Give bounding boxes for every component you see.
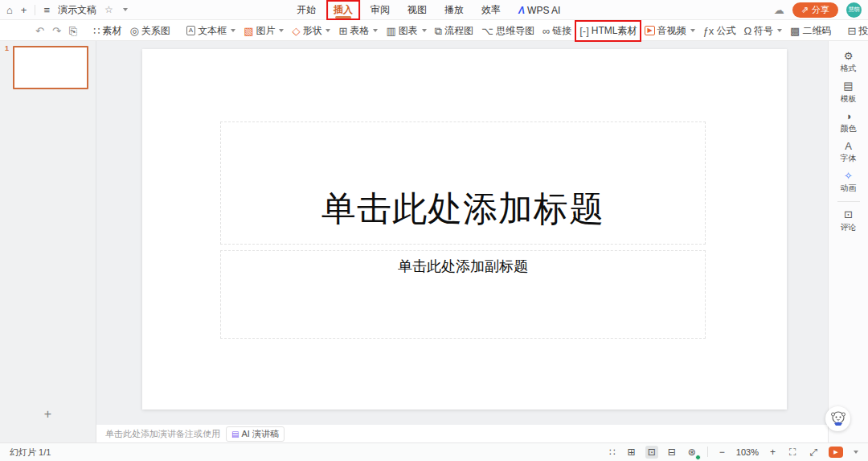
toolbar-label: 思维导图 bbox=[496, 24, 534, 38]
font-a-icon: A bbox=[845, 141, 852, 152]
tab-label: 审阅 bbox=[371, 3, 390, 17]
slide-canvas[interactable]: 单击此处添加标题 单击此处添加副标题 bbox=[142, 49, 787, 410]
sidebar-item-label: 评论 bbox=[841, 222, 857, 233]
toolbar-undo[interactable]: ↶ bbox=[35, 26, 44, 36]
redo-icon: ↷ bbox=[52, 26, 61, 36]
normal-view-icon[interactable]: ⊡ bbox=[645, 446, 658, 459]
toolbar-audio-video[interactable]: ▶音视频 bbox=[645, 24, 694, 38]
ai-assistant-mascot-button[interactable] bbox=[825, 406, 850, 431]
titlebar-divider bbox=[35, 5, 35, 15]
sidebar-item-label: 颜色 bbox=[841, 123, 857, 134]
toolbar-label: 图片 bbox=[256, 24, 275, 38]
toolbar-label: 二维码 bbox=[802, 24, 831, 38]
sidebar-item-font[interactable]: A字体 bbox=[829, 138, 868, 167]
toolbar-html-material[interactable]: [-]HTML素材 bbox=[579, 24, 637, 38]
speaker-notes-bar[interactable]: 单击此处添加演讲备注或使用 ▤ AI 演讲稿 bbox=[96, 425, 828, 442]
slide-sorter-icon[interactable]: ⊞ bbox=[625, 446, 638, 459]
share-icon: ⇗ bbox=[801, 5, 809, 15]
notes-view-icon[interactable]: ⊟ bbox=[665, 446, 678, 459]
tab-wps-ai[interactable]: ΛWPS AI bbox=[515, 2, 563, 19]
tab-view[interactable]: 视图 bbox=[404, 1, 430, 19]
toolbar-paste[interactable]: ⎘ bbox=[69, 26, 77, 36]
sidebar-item-label: 字体 bbox=[841, 153, 857, 164]
menu-icon[interactable]: ≡ bbox=[43, 4, 50, 16]
document-title[interactable]: 演示文稿 bbox=[58, 3, 96, 17]
chevron-down-icon bbox=[231, 29, 235, 32]
chevron-down-icon bbox=[326, 29, 330, 32]
ribbon-tabs: 开始插入审阅视图播放效率ΛWPS AI bbox=[293, 0, 563, 20]
ai-speech-draft-label: AI 演讲稿 bbox=[241, 428, 278, 440]
share-label: 分享 bbox=[812, 4, 829, 16]
zoom-out-button[interactable]: − bbox=[717, 446, 727, 459]
user-avatar[interactable]: 慧萌 bbox=[846, 2, 862, 18]
tab-efficiency[interactable]: 效率 bbox=[478, 1, 504, 19]
wps-ai-logo-icon: Λ bbox=[518, 5, 525, 16]
link-icon: ∞ bbox=[542, 26, 550, 36]
toolbar-flowchart[interactable]: ⧉流程图 bbox=[435, 24, 473, 38]
toolbar-relation-diagram[interactable]: ◎关系图 bbox=[130, 24, 170, 38]
material-grid-icon: ∷ bbox=[93, 26, 100, 36]
toolbar-label: 链接 bbox=[552, 24, 571, 38]
favorite-star-icon[interactable]: ☆ bbox=[104, 4, 113, 15]
title-chevron-down-icon[interactable] bbox=[123, 8, 128, 11]
tab-insert[interactable]: 插入 bbox=[330, 1, 356, 19]
table-icon: ⊞ bbox=[338, 26, 347, 36]
sidebar-item-format[interactable]: ⚙格式 bbox=[829, 47, 868, 77]
toolbar-picture[interactable]: ▧图片 bbox=[244, 24, 284, 38]
toolbar-shapes[interactable]: ◇形状 bbox=[292, 24, 330, 38]
toolbar-label: 音视频 bbox=[657, 24, 686, 38]
toolbar-label: 公式 bbox=[716, 24, 735, 38]
add-slide-button[interactable]: + bbox=[44, 407, 51, 422]
flowchart-icon: ⧉ bbox=[435, 26, 442, 36]
toolbar-formula[interactable]: ƒx公式 bbox=[703, 24, 736, 38]
undo-icon: ↶ bbox=[35, 26, 44, 36]
sidebar-item-comment[interactable]: ⊡评论 bbox=[829, 206, 868, 236]
zoom-level[interactable]: 103% bbox=[736, 447, 759, 457]
toolbar-redo[interactable]: ↷ bbox=[52, 26, 61, 36]
globe-icon[interactable]: ⊛ bbox=[686, 446, 698, 459]
toolbar-label: 图表 bbox=[399, 24, 418, 38]
sidebar-item-template[interactable]: ▤模板 bbox=[829, 77, 868, 107]
cloud-sync-icon[interactable]: ☁ bbox=[774, 4, 784, 16]
toolbar-qr-code[interactable]: ▩二维码 bbox=[790, 24, 831, 38]
chevron-down-icon bbox=[422, 29, 427, 32]
fit-slide-icon[interactable]: ⛶ bbox=[787, 446, 798, 459]
tab-play[interactable]: 播放 bbox=[441, 1, 467, 19]
toolbar-label: 流程图 bbox=[444, 24, 473, 38]
sidebar-item-animation[interactable]: ✧动画 bbox=[829, 167, 868, 197]
subtitle-placeholder[interactable]: 单击此处添加副标题 bbox=[220, 250, 706, 339]
media-play-icon: ▶ bbox=[645, 26, 654, 35]
toolbar-table[interactable]: ⊞表格 bbox=[338, 24, 378, 38]
toolbar-symbol[interactable]: Ω符号 bbox=[743, 24, 782, 38]
toolbar-chart[interactable]: ▥图表 bbox=[386, 24, 426, 38]
toolbar-link[interactable]: ∞链接 bbox=[542, 24, 571, 38]
subtitle-placeholder-text: 单击此处添加副标题 bbox=[398, 257, 528, 276]
slide-thumbnail[interactable] bbox=[13, 46, 88, 89]
sidebar-item-color[interactable]: ◑颜色 bbox=[829, 108, 868, 138]
toolbar-mindmap[interactable]: ⌥思维导图 bbox=[481, 24, 534, 38]
comment-icon: ⊡ bbox=[844, 209, 853, 220]
grid-view-icon[interactable]: ∷ bbox=[607, 446, 618, 459]
notes-hint-text: 单击此处添加演讲备注或使用 bbox=[105, 428, 220, 440]
toolbar-text-box[interactable]: A文本框 bbox=[186, 24, 235, 38]
new-tab-icon[interactable]: + bbox=[21, 4, 27, 16]
share-button[interactable]: ⇗ 分享 bbox=[792, 2, 838, 18]
tab-home[interactable]: 开始 bbox=[293, 1, 319, 19]
titlebar: ⌂ + ≡ 演示文稿 ☆ 开始插入审阅视图播放效率ΛWPS AI ☁ ⇗ 分享 … bbox=[0, 0, 868, 20]
ballot-icon: ⊟ bbox=[847, 26, 856, 36]
online-badge-icon bbox=[695, 455, 701, 460]
play-slideshow-button[interactable]: ▶ bbox=[829, 447, 843, 458]
statusbar-divider bbox=[707, 447, 708, 457]
zoom-in-button[interactable]: + bbox=[768, 446, 778, 459]
title-placeholder[interactable]: 单击此处添加标题 bbox=[220, 121, 706, 245]
fullscreen-icon[interactable]: ⤢ bbox=[807, 446, 820, 459]
sidebar-item-label: 格式 bbox=[841, 63, 857, 74]
tab-review[interactable]: 审阅 bbox=[367, 1, 393, 19]
toolbar-material[interactable]: ∷素材 bbox=[93, 24, 121, 38]
home-icon[interactable]: ⌂ bbox=[6, 4, 13, 16]
palette-icon: ◑ bbox=[845, 111, 852, 122]
play-options-chevron-icon[interactable] bbox=[854, 451, 858, 454]
toolbar-vote[interactable]: ⊟投票 bbox=[847, 24, 868, 38]
ai-speech-draft-button[interactable]: ▤ AI 演讲稿 bbox=[226, 426, 285, 442]
toolbar-label: 表格 bbox=[350, 24, 369, 38]
